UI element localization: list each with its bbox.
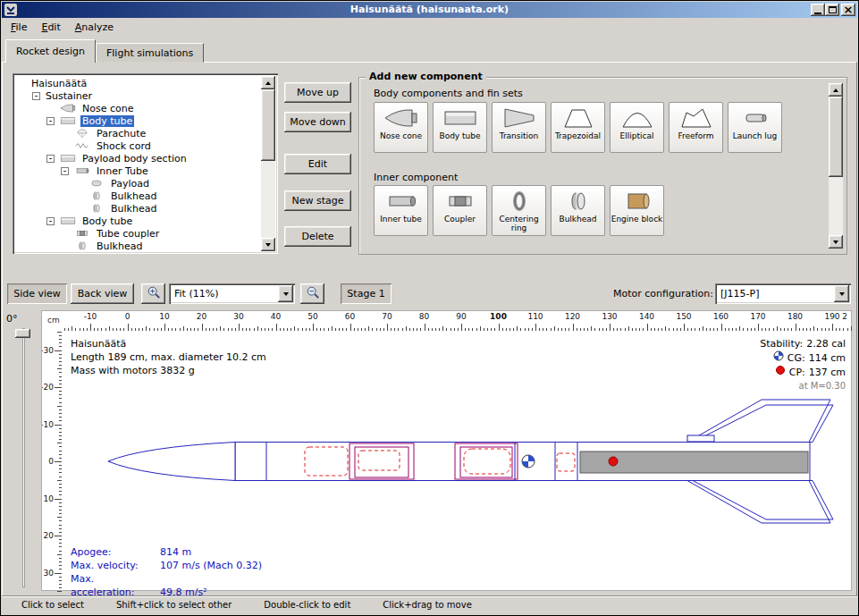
delete-button[interactable]: Delete (284, 226, 351, 247)
close-button[interactable]: × (841, 4, 855, 16)
back-view-button[interactable]: Back view (71, 283, 134, 304)
add-launch-lug-button[interactable]: Launch lug (728, 102, 782, 153)
ruler-label: 90 (456, 312, 466, 321)
add-body-tube-button[interactable]: Body tube (433, 102, 487, 153)
add-engine-block-button[interactable]: Engine block (610, 185, 664, 236)
combo-dropdown-button[interactable] (278, 285, 293, 302)
tree-item-bulkhead[interactable]: Bulkhead (15, 240, 260, 252)
launch-lug-shape[interactable] (687, 435, 714, 442)
tab-flight-simulations[interactable]: Flight simulations (96, 43, 204, 63)
stability-value: 2.28 cal (806, 337, 846, 350)
scroll-up-button[interactable] (829, 83, 843, 97)
tree-scrollbar[interactable] (261, 76, 275, 251)
tree-item-bulkhead[interactable]: Bulkhead (15, 202, 260, 215)
tree-item-label: Body tube (80, 115, 134, 127)
body-tube-icon (58, 215, 78, 226)
rotation-slider-handle[interactable] (15, 329, 30, 338)
tree-expander-icon[interactable]: - (46, 155, 55, 163)
tree-item-payload-body-section[interactable]: -Payload body section (15, 152, 260, 165)
add-inner-tube-button[interactable]: Inner tube (374, 185, 428, 236)
ruler-label: -10 (42, 419, 54, 428)
inner-tube-icon (383, 190, 419, 213)
tree-item-payload[interactable]: Payload (15, 177, 260, 190)
fin-shape[interactable] (687, 481, 830, 524)
cp-icon (775, 365, 786, 379)
move-down-button[interactable]: Move down (284, 112, 351, 132)
status-hint: Click to select (21, 600, 84, 610)
component-button-label: Engine block (611, 215, 663, 224)
tree-item-inner-tube[interactable]: -Inner Tube (15, 165, 260, 177)
tree-expander-icon[interactable]: - (46, 117, 55, 125)
add-nose-cone-button[interactable]: Nose cone (374, 102, 428, 153)
zoom-in-icon (147, 285, 161, 302)
combo-dropdown-button[interactable] (834, 285, 849, 302)
payload-icon (87, 178, 106, 189)
motor-configuration-combo[interactable]: [J115-P] (715, 283, 851, 304)
zoom-in-button[interactable] (141, 283, 165, 304)
fin-trapezoidal-icon (560, 106, 596, 130)
tree-item-haisun-t[interactable]: Haisunäätä (15, 77, 260, 89)
component-button-label: Launch lug (733, 131, 777, 140)
zoom-level-value: Fit (11%) (174, 288, 218, 300)
arrow-down-icon (833, 240, 838, 244)
component-button-label: Inner tube (380, 215, 422, 224)
add-centering-ring-button[interactable]: Centering ring (492, 185, 546, 236)
tree-item-body-tube[interactable]: -Body tube (15, 114, 260, 127)
app-icon[interactable] (4, 4, 17, 16)
group-title: Add new component (366, 71, 486, 82)
tree-item-bulkhead[interactable]: Bulkhead (15, 190, 260, 202)
add-trapezoidal-button[interactable]: Trapezoidal (551, 102, 605, 153)
vertical-ruler: -30-20-100102030 (42, 331, 62, 592)
component-button-label: Centering ring (493, 215, 545, 232)
nose-cone-shape[interactable] (108, 443, 235, 481)
title-bar[interactable]: Haisunäätä (haisunaata.ork) × (2, 2, 857, 18)
add-bulkhead-button[interactable]: Bulkhead (551, 185, 605, 236)
horizontal-ruler: -100102030405060708090100110120130140150… (62, 311, 853, 331)
tree-item-nose-cone[interactable]: Nose cone (15, 102, 260, 114)
tree-item-parachute[interactable]: Parachute (15, 127, 260, 139)
scroll-up-button[interactable] (261, 76, 275, 89)
add-coupler-button[interactable]: Coupler (433, 185, 487, 236)
tree-expander-icon[interactable]: - (32, 92, 40, 100)
menu-edit[interactable]: Edit (34, 19, 67, 36)
component-button-label: Nose cone (380, 131, 422, 140)
side-view-button[interactable]: Side view (7, 283, 67, 304)
ruler-unit-label: cm (42, 311, 62, 331)
window-title: Haisunäätä (haisunaata.ork) (2, 4, 857, 15)
scroll-down-button[interactable] (829, 235, 843, 249)
new-stage-button[interactable]: New stage (284, 190, 351, 211)
tree-item-tube-coupler[interactable]: Tube coupler (15, 227, 260, 240)
maximize-button[interactable] (825, 4, 839, 16)
rocket-canvas[interactable]: Haisunäätä Length 189 cm, max. diameter … (62, 331, 853, 592)
menu-file[interactable]: File (4, 19, 34, 36)
move-up-button[interactable]: Move up (284, 82, 351, 103)
tree-item-sustainer[interactable]: -Sustainer (15, 89, 260, 102)
tree-expander-icon[interactable]: - (46, 217, 55, 225)
add-elliptical-button[interactable]: Elliptical (610, 102, 664, 153)
shock-cord-icon (72, 140, 92, 151)
tree-item-shock-cord[interactable]: Shock cord (15, 139, 260, 152)
add-freeform-button[interactable]: Freeform (669, 102, 723, 153)
scroll-down-button[interactable] (261, 238, 275, 251)
scrollbar-thumb[interactable] (829, 97, 843, 177)
ruler-label: 2 (842, 312, 847, 321)
zoom-out-button[interactable] (300, 283, 324, 304)
apogee-label: Apogee: (71, 545, 160, 559)
menu-analyze[interactable]: Analyze (68, 19, 121, 36)
rotation-slider-track[interactable] (22, 328, 25, 587)
tree-item-label: Haisunäätä (29, 78, 88, 89)
rocket-name: Haisunäätä (71, 337, 266, 350)
tree-expander-icon[interactable]: - (61, 167, 69, 175)
add-transition-button[interactable]: Transition (492, 102, 546, 153)
stage-1-toggle[interactable]: Stage 1 (341, 283, 392, 304)
scrollbar-thumb[interactable] (261, 89, 275, 161)
minimize-button[interactable] (811, 4, 825, 16)
tree-item-body-tube[interactable]: -Body tube (15, 215, 260, 227)
component-button-label: Transition (500, 131, 539, 140)
component-panel-scrollbar[interactable] (829, 83, 843, 249)
component-tree: Haisunäätä-SustainerNose cone-Body tubeP… (15, 77, 260, 252)
tab-rocket-design[interactable]: Rocket design (5, 39, 96, 63)
edit-button[interactable]: Edit (284, 154, 351, 174)
zoom-level-combo[interactable]: Fit (11%) (169, 283, 295, 304)
status-bar: Click to selectShift+click to select oth… (2, 595, 857, 613)
